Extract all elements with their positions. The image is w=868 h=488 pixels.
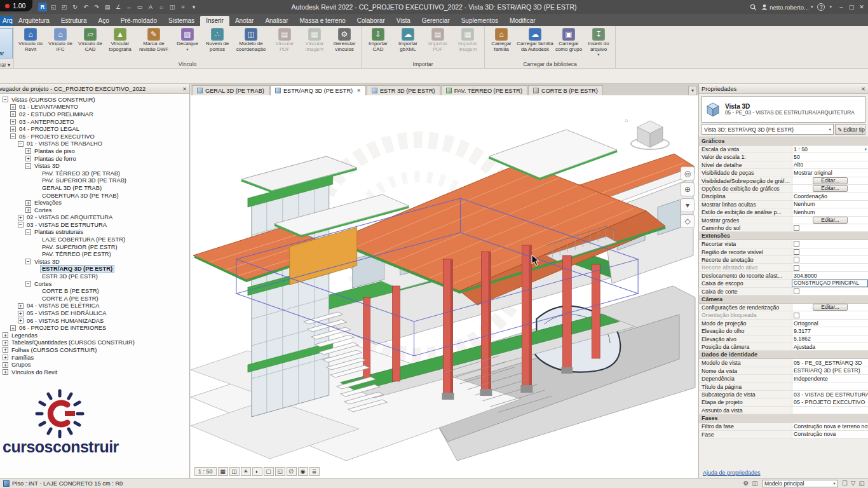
button-decalque[interactable]: ▨Decalque▾ — [173, 27, 202, 53]
expand-icon[interactable]: + — [25, 207, 31, 213]
type-selector-preview[interactable]: Vista 3D 05 - PE_03 - VISTAS DE ESTRUTUR… — [702, 96, 865, 123]
tree-item-elevacoes[interactable]: +Elevações — [0, 199, 189, 207]
expand-icon[interactable]: + — [3, 347, 8, 353]
tree-item-familias[interactable]: +Famílias — [0, 354, 189, 362]
sync-with-central-icon[interactable]: ↻ — [71, 3, 79, 11]
expand-icon[interactable]: + — [18, 311, 24, 316]
expand-icon[interactable]: + — [18, 303, 24, 309]
expand-icon[interactable]: + — [18, 215, 24, 220]
type-selector-dropdown[interactable]: Vista 3D: ESTR/ARQ 3D (PE ESTR)▾ — [702, 124, 834, 135]
default-3d-view-icon[interactable]: ⌂ — [157, 3, 166, 11]
help-icon[interactable]: ? — [817, 3, 825, 11]
full-navigation-wheel-icon[interactable]: ◎ — [681, 166, 695, 180]
tree-item-02-estudo-preliminar[interactable]: +02 - ESTUDO PRELIMINAR — [0, 111, 189, 118]
checkbox[interactable] — [794, 225, 799, 231]
worksets-icon[interactable]: ⚙ — [743, 480, 749, 487]
expand-icon[interactable]: + — [25, 156, 31, 161]
view-tab-estr-arq-3d-pe-estr[interactable]: ESTR/ARQ 3D (PE ESTR)✕ — [270, 85, 366, 95]
zoom-dropdown-icon[interactable]: ▾ — [681, 198, 695, 212]
tree-item-corte-b-pe-estr[interactable]: CORTE B (PE ESTR) — [0, 287, 189, 295]
collapse-icon[interactable]: − — [25, 259, 31, 264]
expand-icon[interactable]: + — [25, 148, 31, 154]
tree-item-grupos[interactable]: +Grupos — [0, 361, 189, 369]
edit-button[interactable]: Editar... — [813, 217, 847, 224]
expand-icon[interactable]: + — [10, 111, 16, 117]
model-canvas[interactable]: ⌂ ◎⊕▾◇ 1 : 50▦◫☀◐▢◱∅◉≣ — [191, 95, 698, 478]
button-nuvem-de-pontos[interactable]: ∴Nuvem de pontos — [203, 27, 232, 53]
revit-logo-icon[interactable]: R — [38, 3, 47, 11]
tree-item-cobertura-3d-pe-trab[interactable]: COBERTURA 3D (PE TRAB) — [0, 192, 189, 200]
tree-item-pav-terreo-3d-pe-trab[interactable]: PAV. TÉRREO 3D (PE TRAB) — [0, 170, 189, 177]
section-header-dados-de-identidade[interactable]: Dados de identidade — [699, 351, 868, 359]
collapse-icon[interactable]: − — [18, 222, 24, 227]
section-header-extensoes[interactable]: Extensões — [699, 232, 868, 240]
panel-label-vinculo[interactable]: Vínculo — [16, 60, 359, 68]
ribbon-tab-analisar[interactable]: Analisar — [259, 16, 294, 26]
scale-button[interactable]: 1 : 50 — [194, 467, 217, 476]
button-marca-de-revisao-dwf[interactable]: ✎Marca de revisão DWF — [135, 27, 172, 53]
measure-icon[interactable]: ∠ — [114, 3, 123, 11]
tree-item-pav-superior-3d-pe-trab[interactable]: PAV. SUPERIOR 3D (PE TRAB) — [0, 177, 189, 185]
button-vinculo-do-revit[interactable]: ⌂Vínculo do Revit — [16, 27, 45, 53]
undo-icon[interactable]: ↶ — [81, 3, 90, 11]
filter-icon[interactable]: ▽ — [851, 480, 856, 487]
ribbon-tab-estrutura[interactable]: Estrutura — [55, 16, 93, 26]
checkbox[interactable] — [794, 288, 799, 294]
close-tab-icon[interactable]: ✕ — [356, 88, 361, 93]
tree-item-legendas[interactable]: +Legendas — [0, 332, 189, 339]
visual-style-icon[interactable]: ◫ — [229, 467, 240, 476]
tree-item-estr-3d-pe-estr[interactable]: ESTR 3D (PE ESTR) — [0, 273, 189, 280]
edit-button[interactable]: Editar... — [813, 185, 847, 192]
view-tab-estr-3d-pe-estr[interactable]: ESTR 3D (PE ESTR) — [367, 85, 440, 95]
tree-item-06-projeto-de-interiores[interactable]: +06 - PROJETO DE INTERIORES — [0, 324, 189, 332]
tree-item-corte-a-pe-estr[interactable]: CORTE A (PE ESTR) — [0, 295, 189, 302]
expand-icon[interactable]: + — [25, 200, 31, 206]
button-carregar-familia[interactable]: ⌂Carregar família — [487, 27, 516, 53]
ribbon-tab-vista[interactable]: Vista — [391, 16, 416, 26]
maximize-button[interactable]: ▢ — [846, 2, 857, 12]
expand-icon[interactable]: + — [18, 318, 24, 323]
tree-item-03-vistas-de-estrutura[interactable]: −03 - VISTAS DE ESTRUTURA — [0, 221, 189, 229]
tree-item-01-vistas-de-trabalho[interactable]: −01 - VISTAS DE TRABALHO — [0, 140, 189, 148]
ribbon-tab-gerenciar[interactable]: Gerenciar — [416, 16, 456, 26]
tree-item-plantas-de-piso[interactable]: +Plantas de piso — [0, 147, 189, 155]
ribbon-tab-inserir[interactable]: Inserir — [200, 16, 229, 26]
crop-view-icon[interactable]: ▢ — [264, 467, 274, 476]
tree-item-cortes[interactable]: +Cortes — [0, 207, 189, 214]
redo-icon[interactable]: ↷ — [92, 3, 101, 11]
collapse-icon[interactable]: − — [25, 229, 31, 235]
tree-item-04-vistas-de-eletrica[interactable]: +04 - VISTAS DE ELÉTRICA — [0, 302, 189, 310]
panel-label-carregar-da-biblioteca[interactable]: Carregar da biblioteca — [487, 60, 613, 68]
select-toggle-icon[interactable]: ◱ — [859, 480, 865, 487]
design-options-icon[interactable]: ◫ — [752, 480, 757, 487]
tree-item-06-vistas-humanizadas[interactable]: +06 - VISTAS HUMANIZADAS — [0, 317, 189, 325]
temporary-hide-isolate-icon[interactable]: ∅ — [287, 467, 297, 476]
tree-item-02-vistas-de-arquitetura[interactable]: +02 - VISTAS DE ARQUITETURA — [0, 214, 189, 222]
expand-icon[interactable]: + — [3, 355, 8, 360]
button-inserir-do-arquivo[interactable]: ↧Inserir do arquivo▾ — [584, 27, 613, 58]
analytical-model-icon[interactable]: ≣ — [309, 467, 320, 476]
button-importar-gbxml[interactable]: ☁Importar gbXML — [393, 27, 423, 53]
tree-item-folhas-cursos-construir[interactable]: +Folhas (CURSOS CONSTRUIR) — [0, 346, 189, 354]
exclude-options-checkbox[interactable]: ☐ — [842, 480, 848, 487]
tree-item-05-projeto-executivo[interactable]: −05 - PROJETO EXECUTIVO — [0, 133, 189, 140]
collapse-icon[interactable]: − — [10, 133, 16, 139]
tree-item-03-anteprojeto[interactable]: +03 - ANTEPROJETO — [0, 118, 189, 126]
expand-icon[interactable]: + — [3, 362, 8, 368]
collapse-icon[interactable]: − — [25, 281, 31, 287]
ribbon-tab-pre-moldado[interactable]: Pré-moldado — [115, 16, 163, 26]
project-browser-titlebar[interactable]: Navegador de projeto - CC_PROJETO EXECUT… — [0, 84, 189, 94]
detail-level-icon[interactable]: ▦ — [218, 467, 228, 476]
button-vinculo-de-ifc[interactable]: ⌂Vínculo de IFC — [46, 27, 75, 53]
tree-item-05-vistas-de-hidraulica[interactable]: +05 - VISTAS DE HIDRÁULICA — [0, 309, 189, 317]
crop-region-visible-icon[interactable]: ◱ — [275, 467, 285, 476]
save-icon[interactable]: ◰ — [60, 3, 69, 11]
account-menu[interactable]: netto.roberto... ▾ — [761, 4, 813, 11]
minimize-button[interactable]: – — [836, 2, 846, 12]
close-button[interactable]: ✕ — [857, 2, 867, 12]
tree-item-04-projeto-legal[interactable]: +04 - PROJETO LEGAL — [0, 125, 189, 133]
tree-item-geral-3d-pe-trab[interactable]: GERAL 3D (PE TRAB) — [0, 184, 189, 192]
checkbox[interactable] — [794, 265, 799, 271]
shadows-icon[interactable]: ◐ — [252, 467, 262, 476]
panel-label-importar[interactable]: Importar — [363, 60, 482, 68]
